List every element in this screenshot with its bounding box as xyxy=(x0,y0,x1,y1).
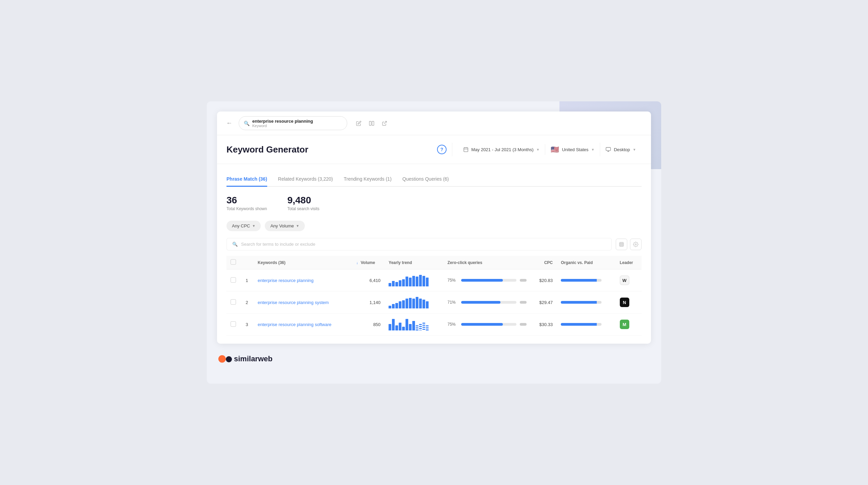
cpc-cell: $20.83 xyxy=(531,269,557,291)
yearly-trend-header: Yearly trend xyxy=(384,256,443,269)
volume-filter[interactable]: Any Volume ▼ xyxy=(265,221,304,231)
brand-circle-orange xyxy=(218,355,226,363)
volume-chevron-icon: ▼ xyxy=(296,224,299,228)
country-label: United States xyxy=(562,147,588,152)
svg-rect-10 xyxy=(619,242,624,246)
total-keywords-value: 36 xyxy=(226,195,267,206)
row-number: 2 xyxy=(240,291,254,314)
cpc-header: CPC xyxy=(531,256,557,269)
yearly-trend-cell xyxy=(384,291,443,314)
keywords-table: Keywords (36) ↓ Volume Yearly trend Zero… xyxy=(226,256,642,336)
brand-name: similarweb xyxy=(234,355,273,363)
settings-button[interactable] xyxy=(630,239,642,250)
table-row: 2enterprise resource planning system1,14… xyxy=(226,291,642,314)
search-bar-subtitle: Keyword xyxy=(252,124,313,128)
svg-rect-3 xyxy=(464,148,468,152)
export-excel-button[interactable] xyxy=(616,239,627,250)
yearly-trend-cell xyxy=(384,269,443,291)
volume-cell: 1,140 xyxy=(352,291,384,314)
device-picker[interactable]: Desktop ▼ xyxy=(600,144,642,155)
search-icon: 🔍 xyxy=(244,121,250,126)
brand-logo xyxy=(218,355,231,363)
leader-badge: W xyxy=(620,276,629,285)
total-visits-label: Total search visits xyxy=(287,206,319,211)
table-row: 3enterprise resource planning software85… xyxy=(226,314,642,336)
volume-cell: 850 xyxy=(352,314,384,336)
table-row: 1enterprise resource planning6,410 75% $… xyxy=(226,269,642,291)
row-checkbox-1[interactable] xyxy=(231,299,236,305)
organic-paid-header: Organic vs. Paid xyxy=(557,256,615,269)
date-range-picker[interactable]: May 2021 - Jul 2021 (3 Months) ▼ xyxy=(458,144,545,155)
svg-point-15 xyxy=(635,244,636,245)
select-all-header[interactable] xyxy=(226,256,240,269)
stats-row: 36 Total Keywords shown 9,480 Total sear… xyxy=(226,195,642,211)
num-header xyxy=(240,256,254,269)
keyword-link[interactable]: enterprise resource planning system xyxy=(258,300,329,305)
row-checkbox-2[interactable] xyxy=(231,321,236,327)
back-button[interactable]: ← xyxy=(224,118,235,129)
total-visits-value: 9,480 xyxy=(287,195,319,206)
zero-click-cell: 71% xyxy=(443,291,531,314)
help-button[interactable]: ? xyxy=(437,145,447,154)
organic-paid-cell xyxy=(557,314,615,336)
brand-circle-dark xyxy=(226,356,232,362)
keywords-header: Keywords (36) xyxy=(254,256,352,269)
svg-rect-7 xyxy=(606,147,611,150)
row-number: 1 xyxy=(240,269,254,291)
total-keywords-stat: 36 Total Keywords shown xyxy=(226,195,267,211)
external-link-button[interactable] xyxy=(380,119,389,128)
select-all-checkbox[interactable] xyxy=(231,259,236,265)
leader-badge: N xyxy=(620,298,629,307)
tab-related-keywords[interactable]: Related Keywords (3,220) xyxy=(278,172,333,187)
leader-header: Leader xyxy=(616,256,642,269)
search-bar-title: enterprise resource planning xyxy=(252,119,313,124)
device-label: Desktop xyxy=(614,147,630,152)
zero-click-header: Zero-click queries xyxy=(443,256,531,269)
cpc-cell: $29.47 xyxy=(531,291,557,314)
keyword-link[interactable]: enterprise resource planning xyxy=(258,278,314,283)
tab-phrase-match[interactable]: Phrase Match (36) xyxy=(226,172,267,187)
edit-button[interactable] xyxy=(354,119,363,128)
svg-line-2 xyxy=(384,121,387,124)
country-chevron-icon: ▼ xyxy=(591,148,594,151)
page-title: Keyword Generator xyxy=(226,144,432,155)
total-keywords-label: Total Keywords shown xyxy=(226,206,267,211)
leader-badge: M xyxy=(620,320,629,329)
keyword-link[interactable]: enterprise resource planning software xyxy=(258,322,332,327)
date-chevron-icon: ▼ xyxy=(536,148,540,151)
table-search-placeholder: Search for terms to include or exclude xyxy=(241,242,315,247)
country-picker[interactable]: 🇺🇸 United States ▼ xyxy=(545,143,600,156)
zero-click-pct: 75% xyxy=(448,278,458,283)
table-search-icon: 🔍 xyxy=(232,242,238,247)
search-bar[interactable]: 🔍 enterprise resource planning Keyword xyxy=(239,116,347,130)
volume-header[interactable]: ↓ Volume xyxy=(352,256,384,269)
zero-click-pct: 75% xyxy=(448,322,458,327)
tab-trending-keywords[interactable]: Trending Keywords (1) xyxy=(344,172,392,187)
sort-arrow-icon: ↓ xyxy=(356,261,358,265)
tabs-container: Phrase Match (36) Related Keywords (3,22… xyxy=(226,172,642,187)
tab-questions-queries[interactable]: Questions Queries (6) xyxy=(402,172,449,187)
organic-paid-cell xyxy=(557,291,615,314)
compare-button[interactable] xyxy=(367,119,376,128)
cpc-chevron-icon: ▼ xyxy=(252,224,255,228)
leader-cell: M xyxy=(616,314,642,336)
leader-cell: W xyxy=(616,269,642,291)
svg-rect-0 xyxy=(369,121,371,125)
zero-click-cell: 75% xyxy=(443,269,531,291)
cpc-filter[interactable]: Any CPC ▼ xyxy=(226,221,261,231)
branding: similarweb xyxy=(217,355,651,363)
yearly-trend-cell xyxy=(384,314,443,336)
total-visits-stat: 9,480 Total search visits xyxy=(287,195,319,211)
zero-click-cell: 75% xyxy=(443,314,531,336)
organic-paid-cell xyxy=(557,269,615,291)
row-checkbox-0[interactable] xyxy=(231,277,236,283)
leader-cell: N xyxy=(616,291,642,314)
zero-click-pct: 71% xyxy=(448,300,458,305)
country-flag: 🇺🇸 xyxy=(551,145,559,154)
date-range-label: May 2021 - Jul 2021 (3 Months) xyxy=(471,147,534,152)
filters-row: Any CPC ▼ Any Volume ▼ xyxy=(226,221,642,231)
cpc-cell: $30.33 xyxy=(531,314,557,336)
row-number: 3 xyxy=(240,314,254,336)
device-chevron-icon: ▼ xyxy=(633,148,636,151)
table-search-bar[interactable]: 🔍 Search for terms to include or exclude xyxy=(226,238,612,250)
